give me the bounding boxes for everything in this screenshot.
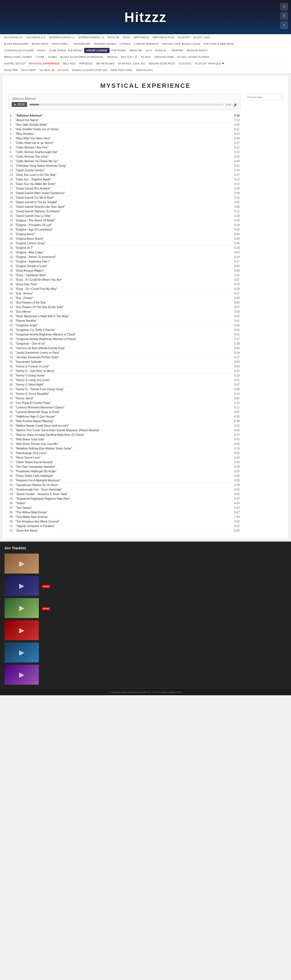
- track-item[interactable]: 84. "Secret Garden - Nocturne ft. Anne T…: [8, 492, 241, 496]
- track-item[interactable]: 85. "Sivananda Raghupati Raghava Raja Ra…: [8, 496, 241, 501]
- track-item[interactable]: 31. "Enigma - Mea Culpa" 4:04: [8, 250, 241, 255]
- track-item[interactable]: 48. "Gregorian Cry Softly It Narciis" 4:…: [8, 328, 241, 332]
- nav-item[interactable]: LATINAS: [118, 41, 132, 46]
- nav-item[interactable]: REGGAE ROOTS: [185, 48, 209, 53]
- nav-item[interactable]: INTERNACIONAIS J-Z: [77, 35, 106, 40]
- track-item[interactable]: 46. "Fleurie Breathe" 3:41: [8, 319, 241, 323]
- track-item[interactable]: 8. "Celtic Woman I See Fire" 5:11: [8, 145, 241, 150]
- track-item[interactable]: 52. "Homens de Bom Melvita Estrela Guia"…: [8, 346, 241, 351]
- nav-item[interactable]: REMIX BR: [128, 48, 144, 53]
- nav-item[interactable]: NA BAD: [139, 54, 152, 60]
- nav-item[interactable]: BLUES BRASILEIRO: [2, 41, 30, 46]
- track-item[interactable]: 22. "David Garrett Stairway To Heaven" 3…: [8, 209, 241, 214]
- track-item[interactable]: 6. "Bliss Wish You Were Here" 5:46: [8, 136, 241, 141]
- nav-item[interactable]: L'ESSENTIALE (ITALIEN): [2, 48, 35, 53]
- nav-item[interactable]: HEY YOU / 🎵: [119, 54, 139, 60]
- nav-item[interactable]: BY ZEA, ZAYNM GUARDIA: [176, 54, 211, 60]
- track-item[interactable]: 9. "Celtic Woman Scarborough Fair" 3:13: [8, 150, 241, 154]
- nav-item[interactable]: NACIONAIS G-Z: [24, 35, 47, 40]
- track-item[interactable]: 28. "Enigma Boom Boom" 4:29: [8, 237, 241, 241]
- nav-item[interactable]: VINTAGE CAFÉ, BOSSA LOUGE: [160, 41, 202, 46]
- tracklist-item[interactable]: ▶: [5, 620, 286, 640]
- track-item[interactable]: 71. "Marcos Viana Jornada Da Alma Malu A…: [8, 433, 241, 437]
- track-item[interactable]: 69. "Maitha Nanda Cordel Deus está em mi…: [8, 423, 241, 428]
- tracklist-item[interactable]: ▶: [5, 643, 286, 662]
- nav-item[interactable]: + FUNK: [34, 54, 46, 60]
- track-item[interactable]: 92. "Zamir Ave Maria" 6:55: [8, 528, 241, 533]
- nav-item[interactable]: VERSÕES MUNDO: [92, 41, 118, 46]
- nav-item[interactable]: ACOUSTIC: [177, 61, 194, 66]
- nav-item[interactable]: SEGURA ESSE ROCK: [147, 61, 177, 66]
- nav-item[interactable]: NOVA MPB?: [20, 68, 38, 73]
- track-item[interactable]: 76. "Nicos Secret Love" 4:10: [8, 455, 241, 460]
- track-item[interactable]: 45. "Ryan Blackmore x Night Will O The W…: [8, 314, 241, 319]
- track-item[interactable]: 20. "David Garrett In The Air Tonight" 3…: [8, 200, 241, 205]
- track-item[interactable]: 55. "Karvanesh Solitude" 4:53: [8, 360, 241, 364]
- nav-item[interactable]: NELA NÓS: [61, 61, 77, 66]
- track-item[interactable]: 7. "Celtic Heart Irár ar an Stoirm" 2:17: [8, 141, 241, 145]
- nav-item[interactable]: L'AMOUR (FRENCH): [132, 41, 160, 46]
- track-item[interactable]: 79. "Pentatonix Hallelujah 8D Audio" 3:2…: [8, 469, 241, 474]
- nav-item[interactable]: DANCE CLASSICS (TOP 100): [70, 68, 109, 73]
- track-item[interactable]: 40. "Era - Ameno" 4:27: [8, 291, 241, 296]
- track-item[interactable]: 39. "Enya - So I Could Find My Way" 4:26: [8, 287, 241, 291]
- track-item[interactable]: 34. "Enigma Temple of Love" 5:04: [8, 264, 241, 269]
- track-item[interactable]: 12. "Cherokee Song Native American Song"…: [8, 164, 241, 168]
- track-item[interactable]: 60. "Kenny G Silent Night" 3:47: [8, 383, 241, 387]
- track-item[interactable]: 25. "Enigma - Principles Of Lust" 3:28: [8, 223, 241, 228]
- track-item[interactable]: 26. "Enigma - Age Of Loneliness" 4:10: [8, 228, 241, 232]
- tracklist-item[interactable]: ▶: [5, 665, 286, 685]
- nav-item[interactable]: PIANO &...: [153, 48, 169, 53]
- track-item[interactable]: 61. "Kenny G - Theme From Dying Young" 4…: [8, 387, 241, 392]
- track-item[interactable]: 62. "Kenny G You're Beautiful" 4:14: [8, 392, 241, 396]
- facebook-icon[interactable]: f: [280, 12, 288, 20]
- track-item[interactable]: 5. "Bliss Breathe" 4:10: [8, 132, 241, 136]
- track-item[interactable]: 33. "Enigma - Sadeness Part I" 4:17: [8, 259, 241, 264]
- track-item[interactable]: 75. "Nanutuangu Ona Lumu" 3:02: [8, 451, 241, 455]
- track-item[interactable]: 73. "Mari Boine Persen Vuoi Vuoi Mu" 4:5…: [8, 442, 241, 446]
- track-item[interactable]: 18. "David Garrett Bitter Sweet Symphony…: [8, 191, 241, 196]
- track-item[interactable]: 83. "Scarborough Fair - Taryn Harbridge"…: [8, 487, 241, 492]
- nav-item[interactable]: TRILHAS: [105, 54, 119, 60]
- track-item[interactable]: 63. "Kenny Jarret" 5:02: [8, 396, 241, 401]
- track-item[interactable]: 29. "Enigma Carless Song" 3:46: [8, 241, 241, 246]
- track-item[interactable]: 16. "Dave Koz You Make Me Smile" 4:12: [8, 182, 241, 186]
- track-item[interactable]: 19. "David Garrett Cry Me A River" 3:16: [8, 196, 241, 200]
- tracklist-item[interactable]: ▶ VEVO: [5, 598, 286, 618]
- nav-item[interactable]: SERTANEJO RAIZ: [150, 35, 176, 40]
- track-item[interactable]: 66. "Lureena Mckennitt Tango to Evita" 3…: [8, 410, 241, 414]
- track-item[interactable]: 90. "Trio Amadeus Ave Maria Gounod" 3:16: [8, 519, 241, 524]
- nav-item[interactable]: SAMBA: [46, 54, 59, 60]
- play-button[interactable]: ► 00:00: [12, 102, 27, 107]
- track-item[interactable]: 3. "Amr Diab Tamally Maak" 4:30: [8, 123, 241, 127]
- track-item[interactable]: 56. "Kenny G Forever In Love" 4:53: [8, 364, 241, 369]
- track-item[interactable]: 41. "Era - Divano" 3:45: [8, 296, 241, 301]
- track-item[interactable]: 43. "Era Flowers Of The Sea (Erotic Edit…: [8, 305, 241, 310]
- share-icon[interactable]: ⤴: [280, 3, 288, 11]
- track-item[interactable]: 65. "Lorenny Mckmenii Mermmer's Dance" 6…: [8, 405, 241, 410]
- track-item[interactable]: 57. "Kenny G - God Rest ye Merry" 4:42: [8, 369, 241, 374]
- nav-item[interactable]: FADO+: [35, 48, 47, 53]
- nav-item[interactable]: BOSSA NOVA: [30, 41, 50, 46]
- search-input[interactable]: [246, 95, 281, 100]
- track-item[interactable]: 49. "Gregorian Amelia Brightman Masters …: [8, 332, 241, 337]
- nav-item[interactable]: POP RISING: [110, 48, 128, 53]
- track-item[interactable]: 35. "Enya Bosque Mágico" 4:03: [8, 269, 241, 273]
- nav-item[interactable]: TRAPPER: [169, 48, 185, 53]
- track-item[interactable]: 81. "Requiem For A Midnight Misstress" 4…: [8, 478, 241, 483]
- nav-item[interactable]: CLUB, DANCE, ELETRONIC: [47, 48, 84, 53]
- nav-item[interactable]: INTERNACIONAIS A-I: [47, 35, 77, 40]
- progress-bar[interactable]: [29, 104, 224, 105]
- nav-item[interactable]: NOSTÁLGICA: [135, 68, 155, 73]
- track-item[interactable]: 37. "Enya - If I Could Be Where You Are"…: [8, 278, 241, 282]
- track-item[interactable]: 2. "About Our Name" 7:13: [8, 118, 241, 123]
- nav-item[interactable]: POP-PUNK & NEW WAVE: [202, 41, 236, 46]
- track-item[interactable]: 67. "Hallelmus Haja O Que Houver" 4:30: [8, 414, 241, 419]
- nav-item[interactable]: GOSPEL SETLIST: [2, 61, 27, 66]
- track-item[interactable]: 44. "Era Inferno" 3:59: [8, 310, 241, 314]
- tracklist-item[interactable]: ▶: [5, 554, 286, 574]
- track-item[interactable]: 68. "Mãe Krishna Macari"Mashup" 6:38: [8, 419, 241, 423]
- nav-item[interactable]: BLUES / JAZZ: [192, 35, 212, 40]
- nav-item[interactable]: ROAD TRIP: [2, 68, 20, 73]
- nav-item[interactable]: ROCK: [121, 35, 132, 40]
